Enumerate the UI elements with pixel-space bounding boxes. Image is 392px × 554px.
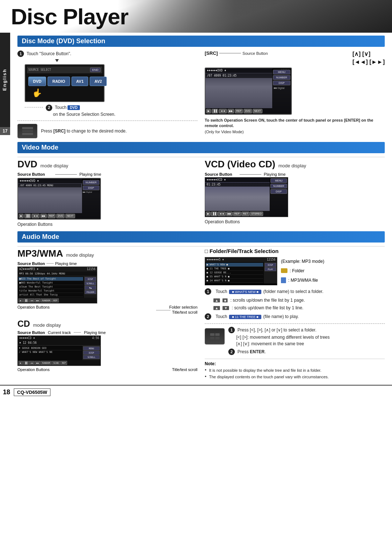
radio-src-button[interactable]: RADIO bbox=[48, 77, 70, 86]
connector-line1 bbox=[219, 53, 241, 53]
mp3-rep[interactable]: REP bbox=[52, 298, 59, 302]
mp3-list: ■023 The Best of Tonight ■003 Wonderful … bbox=[18, 276, 84, 298]
vcd-mode-title: VCD (Video CD) bbox=[205, 159, 275, 170]
mp3-title-scroll: Title/text scroll bbox=[172, 310, 197, 314]
mp3-pt-connector bbox=[46, 263, 54, 264]
folder-item-3[interactable]: ■ 12 GEOGE BE... bbox=[206, 271, 263, 275]
icon-legend: (Example: MP3 mode) : Folder : MP3/WMA f… bbox=[281, 257, 324, 285]
f-disp[interactable]: DISP bbox=[265, 263, 276, 267]
cd-scroll-btn[interactable]: SCROLL bbox=[83, 355, 100, 359]
vcd-disp-btn[interactable]: DISP bbox=[270, 189, 287, 194]
file-name-btn[interactable]: ■ 11 THE TREE ■ bbox=[229, 315, 261, 319]
rwd-btn[interactable]: ◄◄ bbox=[219, 109, 227, 113]
press-src-text: Press [SRC] to change to the desired mod… bbox=[41, 128, 127, 134]
vd-pause[interactable]: ▐▐ bbox=[24, 214, 31, 218]
mp3-bottom-labels: Operation Buttons Folder selection bbox=[17, 305, 197, 309]
mp3-mode-title: MP3/WMA bbox=[17, 248, 63, 259]
cd-play[interactable]: ▶ bbox=[19, 361, 23, 365]
v-disp-btn[interactable]: DISP bbox=[83, 186, 99, 190]
mp3-side-controls: DISP SCROLL ▼▲ FOLDER bbox=[84, 276, 97, 298]
cd-side: MENU DISP SCROLL bbox=[82, 346, 101, 360]
vc-rep[interactable]: REP bbox=[233, 212, 241, 216]
cd-disp-btn2[interactable]: DISP bbox=[83, 351, 100, 355]
mp3-item-4[interactable]: title Wonderful Tonight bbox=[19, 289, 83, 293]
cd-pause[interactable]: ▐▐ bbox=[23, 361, 29, 365]
vd-dvd[interactable]: DVD bbox=[56, 214, 65, 218]
mp3-rwd[interactable]: ◄◄ bbox=[29, 298, 34, 302]
play-btn[interactable]: ▶ bbox=[206, 109, 211, 113]
cd-scan[interactable]: SCAN bbox=[52, 361, 60, 365]
cd-rep[interactable]: REP bbox=[60, 361, 67, 365]
cd-fwd[interactable]: ▶▶ bbox=[35, 361, 40, 365]
mp3-folder-btn[interactable]: FOLDER bbox=[85, 290, 96, 294]
vc-ret[interactable]: RET bbox=[241, 212, 249, 216]
vd-play[interactable]: ▶ bbox=[19, 214, 24, 218]
cd-title-scroll: Title/text scroll bbox=[172, 367, 197, 372]
dvd-video-left: ♦♦♦♦♦♦DVD ♦ bbox=[20, 179, 39, 183]
av1-src-button[interactable]: AV1 bbox=[72, 77, 89, 86]
folder-item-4[interactable]: ■ 55 WHAT'S N ■ bbox=[206, 275, 263, 279]
mp3-play[interactable]: ▶ bbox=[19, 298, 23, 302]
src-label-row: [SRC] Source Button [∧] [∨] [◄◄] [►►] bbox=[205, 50, 385, 65]
cd-disp-btn[interactable]: MENU bbox=[83, 346, 100, 350]
cd-bottom-controls: ▶ ▐▐ ◄◄ ▶▶ RANDOM SCAN REP bbox=[18, 360, 101, 366]
cd-rwd[interactable]: ◄◄ bbox=[29, 361, 34, 365]
vd-next[interactable]: NEXT bbox=[65, 214, 75, 218]
vcd-number-btn[interactable]: NUMBER bbox=[270, 184, 287, 188]
mp3-fwd[interactable]: ▶▶ bbox=[35, 298, 40, 302]
mp3-item-5[interactable]: artist All That She Tonig bbox=[19, 293, 83, 297]
vc-play[interactable]: ▶ bbox=[206, 212, 211, 216]
src-row: [SRC] Source Button bbox=[205, 50, 268, 56]
dvd-callout-row: Source Button Playing time bbox=[17, 172, 197, 176]
end-button[interactable]: END bbox=[90, 68, 101, 72]
video-mode-header: Video Mode bbox=[17, 142, 385, 153]
mp3-disp-btn[interactable]: DISP bbox=[85, 277, 96, 281]
rep-btn[interactable]: REP bbox=[235, 109, 243, 113]
audio-mode-content: MP3/WMA mode display Source Button Playi… bbox=[17, 248, 385, 381]
number-btn[interactable]: NUMBER bbox=[273, 75, 290, 80]
mp3-item-3[interactable]: album The Best Tonight bbox=[19, 285, 83, 289]
vcd-menu-btn[interactable]: MENU bbox=[270, 178, 287, 183]
page-number: 18 bbox=[3, 388, 10, 396]
dvd-src-button[interactable]: DVD bbox=[28, 77, 46, 86]
dvd-btn[interactable]: DVD bbox=[244, 109, 252, 113]
vd-rep[interactable]: REP bbox=[48, 214, 56, 218]
vd-fwd[interactable]: ▶▶ bbox=[40, 214, 47, 218]
mp3-item-2[interactable]: ■003 Wonderful Tonight bbox=[19, 281, 83, 285]
vc-rwd[interactable]: ◄◄ bbox=[218, 212, 226, 216]
mp3-item-1[interactable]: ■023 The Best of Tonight bbox=[19, 277, 83, 281]
vcd-pt-line bbox=[240, 174, 261, 175]
vc-pause[interactable]: ▐▐ bbox=[211, 212, 217, 216]
next-btn[interactable]: NEXT bbox=[253, 109, 262, 113]
folder-item-2[interactable]: ■ 11 THE TREE ■ bbox=[206, 267, 263, 271]
cd-current-track: Current track bbox=[48, 330, 71, 335]
vd-rwd[interactable]: ◄◄ bbox=[32, 214, 40, 218]
note-section: Note: It is not possible to display the … bbox=[205, 359, 385, 380]
remote-image bbox=[205, 328, 225, 345]
folder-item-1[interactable]: ■ WHAT'S NEW ■ bbox=[206, 263, 263, 267]
cd-random[interactable]: RANDOM bbox=[41, 361, 52, 365]
pause-btn[interactable]: ▐▐ bbox=[212, 109, 218, 113]
touch-step2-row: 2 Touch ■ 11 THE TREE ■ (file name) to p… bbox=[205, 313, 385, 320]
v-number-btn[interactable]: NUMBER bbox=[83, 180, 99, 185]
ts2-circle: 2 bbox=[205, 313, 211, 320]
mp3-scroll-btn[interactable]: SCROLL bbox=[85, 281, 96, 285]
what-new-btn[interactable]: ■ WHAT'S NEW ■ bbox=[229, 290, 261, 294]
mp3-va-btn[interactable]: ▼▲ bbox=[85, 286, 96, 290]
mp3-title-scroll-label: Title/text scroll bbox=[17, 310, 197, 314]
av2-src-button[interactable]: AV2 bbox=[90, 77, 107, 86]
ln-up-btn: ▲ bbox=[213, 306, 220, 310]
vc-fwd[interactable]: ▶▶ bbox=[226, 212, 233, 216]
mp3-pause[interactable]: ▐▐ bbox=[23, 298, 29, 302]
f-play[interactable]: PLAY bbox=[265, 267, 276, 271]
mp3-random[interactable]: RANDOM bbox=[41, 298, 52, 302]
remote-section: 1 Press [<], [>], [∧] or [∨] to select a… bbox=[205, 327, 385, 355]
folder-item-5[interactable]: ■ 14 WHAT'S N ■ bbox=[206, 279, 263, 283]
fwd-btn[interactable]: ▶▶ bbox=[228, 109, 234, 113]
menu-btn[interactable]: MENU bbox=[273, 70, 290, 74]
mp3-info-line: MP3 06:56 128kbps 44.1kHz MENU bbox=[18, 272, 97, 276]
disp-btn[interactable]: DISP bbox=[273, 81, 290, 85]
dashed-line bbox=[25, 107, 43, 107]
rs2-circle: 2 bbox=[228, 349, 235, 355]
vc-stereo[interactable]: STEREO bbox=[250, 212, 263, 216]
